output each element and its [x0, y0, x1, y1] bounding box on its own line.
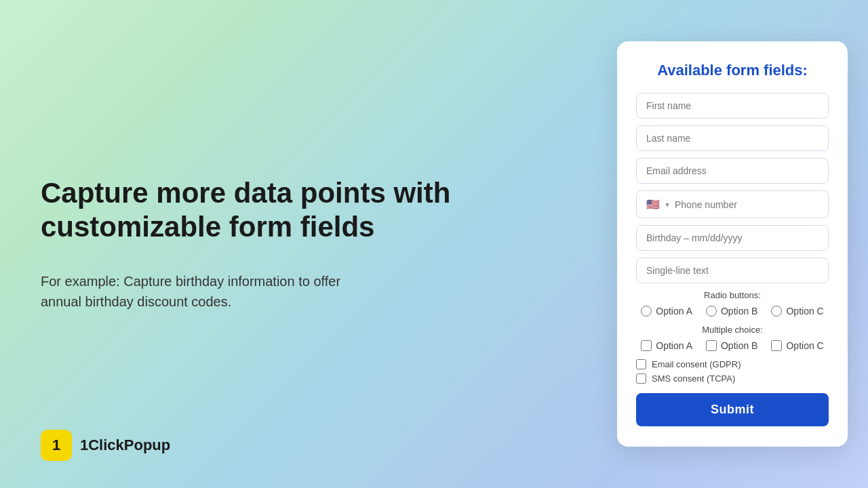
- email-consent-item[interactable]: Email consent (GDPR): [636, 359, 829, 369]
- checkbox-input-b[interactable]: [706, 340, 717, 351]
- sms-consent-item[interactable]: SMS consent (TCPA): [636, 373, 829, 384]
- radio-option-c[interactable]: Option C: [771, 306, 823, 317]
- consent-section: Email consent (GDPR) SMS consent (TCPA): [636, 359, 829, 384]
- email-consent-checkbox[interactable]: [636, 359, 646, 369]
- single-line-input[interactable]: [636, 258, 829, 283]
- multiple-choice-label: Multiple choice:: [636, 325, 829, 335]
- headline: Capture more data points with customizab…: [41, 176, 556, 245]
- radio-label-b: Option B: [721, 306, 757, 317]
- email-consent-label: Email consent (GDPR): [652, 359, 741, 369]
- radio-section: Radio buttons: Option A Option B Option …: [636, 290, 829, 317]
- radio-label: Radio buttons:: [636, 290, 829, 300]
- last-name-input[interactable]: [636, 125, 829, 151]
- sms-consent-label: SMS consent (TCPA): [652, 373, 735, 384]
- form-title: Available form fields:: [636, 62, 829, 79]
- multiple-choice-section: Multiple choice: Option A Option B Optio…: [636, 325, 829, 351]
- phone-wrapper: 🇺🇸 ▾: [636, 190, 829, 218]
- logo-badge: 1: [41, 430, 72, 461]
- phone-flag-icon: 🇺🇸: [646, 198, 660, 211]
- right-panel: Available form fields: 🇺🇸 ▾ Radio button…: [597, 0, 868, 488]
- checkbox-label-c: Option C: [786, 340, 823, 351]
- radio-label-c: Option C: [786, 306, 823, 317]
- checkbox-option-b[interactable]: Option B: [706, 340, 757, 351]
- radio-input-c[interactable]: [771, 306, 782, 317]
- birthday-input[interactable]: [636, 225, 829, 251]
- left-panel: Capture more data points with customizab…: [0, 0, 597, 488]
- radio-input-a[interactable]: [641, 306, 652, 317]
- checkbox-options-row: Option A Option B Option C: [636, 340, 829, 351]
- checkbox-option-a[interactable]: Option A: [641, 340, 692, 351]
- first-name-input[interactable]: [636, 93, 829, 119]
- radio-label-a: Option A: [656, 306, 692, 317]
- submit-button[interactable]: Submit: [636, 393, 829, 426]
- email-input[interactable]: [636, 158, 829, 184]
- checkbox-option-c[interactable]: Option C: [771, 340, 823, 351]
- checkbox-label-b: Option B: [721, 340, 757, 351]
- checkbox-input-a[interactable]: [641, 340, 652, 351]
- checkbox-input-c[interactable]: [771, 340, 782, 351]
- phone-input[interactable]: [675, 199, 818, 210]
- form-card: Available form fields: 🇺🇸 ▾ Radio button…: [617, 41, 848, 447]
- checkbox-label-a: Option A: [656, 340, 692, 351]
- sms-consent-checkbox[interactable]: [636, 373, 646, 384]
- subtext: For example: Capture birthday informatio…: [41, 271, 366, 312]
- radio-options-row: Option A Option B Option C: [636, 306, 829, 317]
- logo-name: 1ClickPopup: [80, 436, 170, 454]
- logo-area: 1 1ClickPopup: [41, 430, 170, 461]
- radio-option-a[interactable]: Option A: [641, 306, 692, 317]
- radio-option-b[interactable]: Option B: [706, 306, 757, 317]
- phone-dropdown-icon[interactable]: ▾: [665, 200, 669, 209]
- radio-input-b[interactable]: [706, 306, 717, 317]
